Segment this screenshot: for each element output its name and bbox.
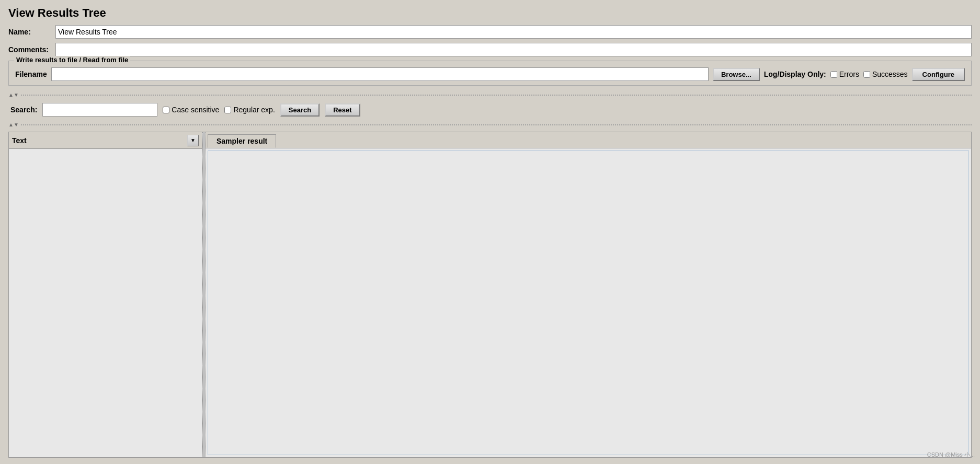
dotted-line-2 [21,124,972,125]
left-panel-title: Text [12,136,187,145]
successes-label: Successes [872,70,908,78]
search-label: Search: [10,106,37,114]
regular-exp-label: Regular exp. [233,106,275,114]
errors-checkbox[interactable] [830,71,837,78]
search-button[interactable]: Search [280,103,320,117]
errors-checkbox-item: Errors [830,70,859,78]
name-row: Name: [8,25,972,39]
log-display-label: Log/Display Only: [764,70,826,78]
dotted-line-1 [21,95,972,96]
file-section: Write results to file / Read from file F… [8,61,972,86]
regular-exp-checkbox[interactable] [224,107,231,113]
comments-label: Comments: [8,45,55,54]
errors-label: Errors [839,70,859,78]
content-area: Text ▼ Sampler result [8,132,972,458]
search-input[interactable] [42,103,157,117]
divider-2: ▲▼ [8,122,972,127]
successes-checkbox[interactable] [863,71,870,78]
tab-sampler-result[interactable]: Sampler result [208,134,276,148]
case-sensitive-label: Case sensitive [172,106,219,114]
page-title: View Results Tree [8,6,972,20]
tabs-row: Sampler result [206,132,971,148]
case-sensitive-item: Case sensitive [163,106,219,114]
file-section-title: Write results to file / Read from file [14,56,130,64]
main-container: View Results Tree Name: Comments: Write … [0,0,980,464]
left-panel-header: Text ▼ [9,132,202,149]
name-label: Name: [8,28,55,36]
search-bar: Search: Case sensitive Regular exp. Sear… [8,100,972,120]
browse-button[interactable]: Browse... [713,68,760,81]
comments-row: Comments: [8,43,972,56]
left-panel: Text ▼ [9,132,202,457]
regular-exp-item: Regular exp. [224,106,275,114]
divider-1: ▲▼ [8,92,972,98]
filename-label: Filename [15,70,47,78]
configure-button[interactable]: Configure [912,68,965,81]
name-input[interactable] [55,25,972,39]
watermark: CSDN @Miss 小... [927,451,975,459]
reset-button[interactable]: Reset [325,103,360,117]
right-panel: Sampler result [206,132,971,457]
tab-content-sampler-result [208,150,969,455]
collapse-icon-2: ▲▼ [8,122,19,127]
collapse-icon-1: ▲▼ [8,92,19,98]
filename-input[interactable] [51,67,709,81]
case-sensitive-checkbox[interactable] [163,107,169,113]
successes-checkbox-item: Successes [863,70,908,78]
left-panel-dropdown[interactable]: ▼ [187,135,199,146]
left-panel-content [9,149,202,457]
file-row: Filename Browse... Log/Display Only: Err… [15,67,965,81]
comments-input[interactable] [55,43,972,56]
